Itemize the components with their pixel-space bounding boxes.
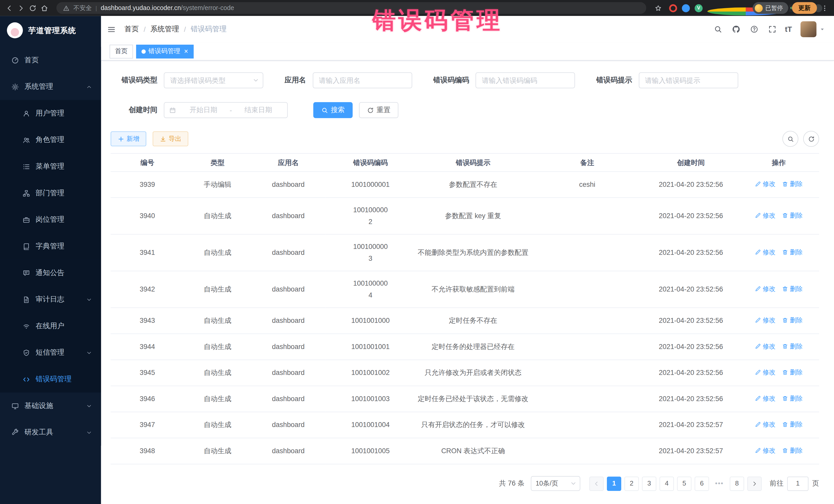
- edit-link[interactable]: 修改: [755, 246, 775, 258]
- tab-close-icon[interactable]: ×: [184, 48, 188, 55]
- github-icon[interactable]: [730, 24, 741, 35]
- search-button[interactable]: 搜索: [313, 102, 353, 118]
- toggle-search-icon[interactable]: [783, 131, 798, 147]
- address-bar[interactable]: 不安全 | dashboard.yudao.iocoder.cn/system/…: [57, 2, 646, 14]
- edit-link[interactable]: 修改: [755, 419, 775, 430]
- sidebar-item-notice[interactable]: 通知公告: [0, 259, 101, 286]
- delete-link[interactable]: 删除: [782, 367, 803, 378]
- edit-link[interactable]: 修改: [755, 367, 775, 378]
- sidebar-item-sms[interactable]: 短信管理: [0, 339, 101, 366]
- extension-blue-drop-icon[interactable]: [682, 4, 690, 12]
- fullscreen-icon[interactable]: [767, 24, 777, 35]
- page-button-4[interactable]: 4: [659, 476, 674, 491]
- page-button-5[interactable]: 5: [677, 476, 692, 491]
- delete-link[interactable]: 删除: [782, 178, 803, 190]
- delete-link[interactable]: 删除: [782, 393, 803, 404]
- tab-error-code[interactable]: 错误码管理×: [136, 44, 194, 58]
- sidebar-item-audit-log[interactable]: 审计日志: [0, 286, 101, 313]
- prev-page-button[interactable]: [589, 476, 604, 491]
- delete-link-label: 删除: [790, 419, 803, 430]
- browser-menu-icon[interactable]: [821, 4, 829, 12]
- avatar-caret-icon[interactable]: [819, 26, 826, 32]
- sidebar-item-infra[interactable]: 基础设施: [0, 393, 101, 419]
- cell-app: dashboard: [251, 412, 325, 438]
- edit-link[interactable]: 修改: [755, 314, 775, 326]
- delete-link[interactable]: 删除: [782, 419, 803, 430]
- sidebar-item-error-code[interactable]: 错误码管理: [0, 366, 101, 393]
- sidebar-item-label: 岗位管理: [36, 215, 64, 224]
- extension-red-ring-icon[interactable]: [669, 4, 677, 12]
- sidebar-item-dev-tools[interactable]: 研发工具: [0, 419, 101, 446]
- edit-link[interactable]: 修改: [755, 283, 775, 295]
- browser-update-button[interactable]: 更新: [792, 2, 817, 14]
- sidebar-item-menu[interactable]: 菜单管理: [0, 153, 101, 180]
- app-name-field[interactable]: [312, 72, 412, 88]
- trash-icon: [782, 421, 788, 428]
- error-hint-input[interactable]: [639, 73, 737, 88]
- delete-link[interactable]: 删除: [782, 210, 803, 221]
- error-type-input[interactable]: [164, 73, 263, 88]
- sidebar-item-role[interactable]: 角色管理: [0, 127, 101, 153]
- refresh-icon: [808, 135, 814, 143]
- page-button-1[interactable]: 1: [607, 476, 621, 491]
- bookmark-star-icon[interactable]: [654, 4, 662, 12]
- reset-button[interactable]: 重置: [359, 102, 398, 118]
- delete-link[interactable]: 删除: [782, 283, 803, 295]
- cell-remark: [531, 234, 643, 271]
- delete-link[interactable]: 删除: [782, 314, 803, 326]
- breadcrumb-item[interactable]: 首页: [125, 24, 139, 34]
- page-button-2[interactable]: 2: [624, 476, 639, 491]
- error-type-select[interactable]: [164, 72, 263, 88]
- sidebar-item-online-user[interactable]: 在线用户: [0, 313, 101, 339]
- header-search-icon[interactable]: [712, 24, 723, 35]
- browser-forward-icon[interactable]: [17, 4, 25, 12]
- sidebar-item-home[interactable]: 首页: [0, 47, 101, 73]
- page-button-8[interactable]: 8: [730, 476, 744, 491]
- page-button-3[interactable]: 3: [642, 476, 656, 491]
- delete-link[interactable]: 删除: [782, 246, 803, 258]
- breadcrumb-item: 错误码管理: [191, 24, 226, 34]
- edit-link[interactable]: 修改: [755, 210, 775, 221]
- table-row: 3946自动生成dashboard1001001003定时任务已经处于该状态，无…: [111, 386, 819, 412]
- sidebar-item-post[interactable]: 岗位管理: [0, 206, 101, 233]
- error-code-input[interactable]: [476, 73, 574, 88]
- next-page-button[interactable]: [747, 476, 762, 491]
- edit-link[interactable]: 修改: [755, 178, 775, 190]
- cell-created: 2021-04-20 23:52:56: [643, 171, 738, 198]
- help-icon[interactable]: [749, 24, 759, 35]
- cell-type: 自动生成: [184, 360, 251, 386]
- date-range-picker[interactable]: 开始日期 - 结束日期: [164, 102, 288, 118]
- edit-link[interactable]: 修改: [755, 445, 775, 457]
- browser-home-icon[interactable]: [41, 4, 48, 12]
- font-size-icon[interactable]: tT: [785, 24, 792, 35]
- page-button-6[interactable]: 6: [695, 476, 709, 491]
- browser-reload-icon[interactable]: [29, 4, 37, 12]
- refresh-table-icon[interactable]: [803, 131, 819, 147]
- delete-link[interactable]: 删除: [782, 341, 803, 352]
- error-hint-field[interactable]: [638, 72, 738, 88]
- user-avatar[interactable]: [800, 21, 816, 37]
- sidebar-item-system[interactable]: 系统管理: [0, 73, 101, 100]
- vue-devtools-icon[interactable]: V: [695, 4, 703, 12]
- sidebar-toggle-icon[interactable]: [101, 16, 122, 43]
- chevron-right-icon: [752, 481, 758, 486]
- sidebar-item-user[interactable]: 用户管理: [0, 100, 101, 127]
- sidebar-item-dept[interactable]: 部门管理: [0, 180, 101, 206]
- browser-back-icon[interactable]: [5, 4, 13, 12]
- add-button-label: 新增: [127, 134, 139, 143]
- edit-link[interactable]: 修改: [755, 341, 775, 352]
- page-size-select[interactable]: 10条/页: [531, 476, 580, 491]
- error-code-field[interactable]: [476, 72, 575, 88]
- app-logo[interactable]: 芋道管理系统: [0, 16, 101, 45]
- cell-type: 自动生成: [184, 271, 251, 308]
- breadcrumb-item[interactable]: 系统管理: [150, 24, 179, 34]
- add-button[interactable]: 新增: [111, 131, 146, 146]
- delete-link[interactable]: 删除: [782, 445, 803, 457]
- profile-paused-badge[interactable]: 已暂停: [753, 2, 788, 14]
- export-button[interactable]: 导出: [153, 131, 188, 146]
- edit-link[interactable]: 修改: [755, 393, 775, 404]
- app-name-input[interactable]: [313, 73, 411, 88]
- goto-page-input[interactable]: [787, 476, 809, 491]
- sidebar-item-dict[interactable]: 字典管理: [0, 233, 101, 260]
- tab-home[interactable]: 首页: [110, 44, 133, 58]
